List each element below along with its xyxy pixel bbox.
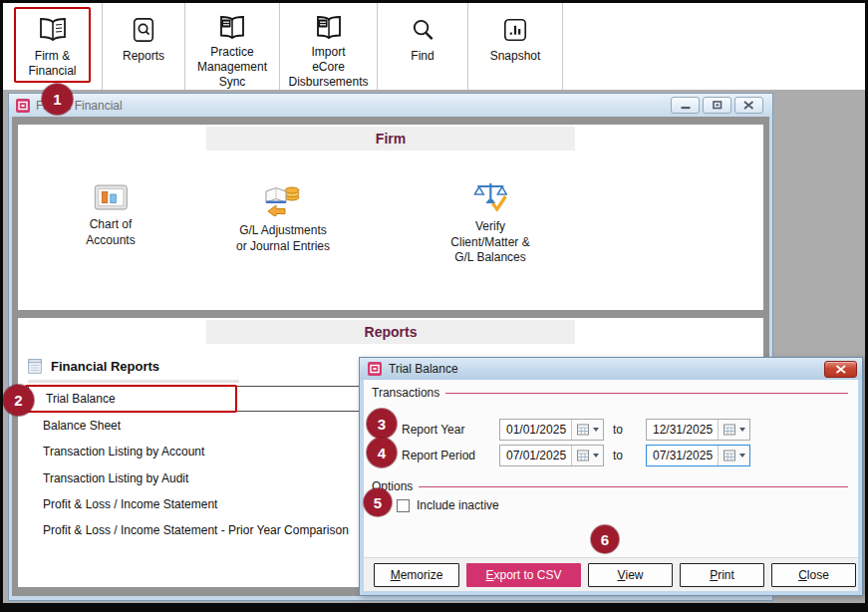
close-icon (835, 365, 847, 374)
calendar-grid-icon (723, 424, 736, 436)
scales-check-icon (473, 198, 507, 215)
report-period-label: Report Period (402, 449, 475, 462)
include-inactive-row: Include inactive (397, 498, 499, 512)
calendar-grid-icon (577, 424, 590, 436)
toolbar-button-label: Find (411, 49, 434, 64)
annotation-badge-4: 4 (367, 438, 397, 467)
restore-button[interactable] (703, 97, 731, 114)
dialog-close-button[interactable] (824, 361, 857, 378)
gl-adjustments-item[interactable]: G/L Adjustments or Journal Entries (236, 184, 330, 254)
minimize-button[interactable] (671, 97, 700, 114)
dialog-button-strip: Memorize Export to CSV View Print Close (364, 557, 858, 591)
report-item-label: Profit & Loss / Income Statement - Prior… (43, 523, 349, 537)
toolbar-button-label: Import eCore Disbursements (288, 45, 368, 90)
calendar-dropdown-button[interactable] (718, 446, 749, 465)
date-value: 07/31/2025 (647, 446, 718, 465)
date-value: 01/01/2025 (500, 420, 571, 440)
close-button[interactable]: Close (771, 563, 856, 587)
annotation-badge-3: 3 (367, 409, 397, 439)
dialog-body: Transactions Report Year 01/01/2025 to 1… (364, 380, 858, 591)
report-item-label: Transaction Listing by Audit (43, 471, 188, 485)
export-to-csv-button[interactable]: Export to CSV (466, 563, 581, 587)
transactions-group-label: Transactions (372, 386, 439, 400)
report-item-label: Transaction Listing by Account (43, 445, 204, 459)
date-value: 07/01/2025 (500, 446, 571, 465)
calendar-dropdown-button[interactable] (718, 420, 749, 440)
magnifier-icon (410, 15, 436, 45)
chart-of-accounts-item[interactable]: Chart of Accounts (86, 184, 135, 248)
window-controls (671, 97, 763, 114)
minimize-icon (681, 101, 691, 110)
toolbar-button-label: Snapshot (490, 49, 541, 64)
annotation-badge-1: 1 (42, 84, 73, 115)
main-toolbar: Firm & Financial Reports Practice Manage… (3, 3, 865, 90)
memorize-button[interactable]: Memorize (374, 563, 459, 587)
include-inactive-label: Include inactive (417, 498, 499, 512)
group-divider-line (419, 486, 848, 487)
annotation-rect-firm-financial (14, 7, 91, 83)
financial-reports-title: Financial Reports (51, 359, 159, 374)
item-label: Verify Client/Matter & G/L Balances (450, 219, 529, 266)
close-icon (743, 101, 754, 110)
annotation-badge-2: 2 (3, 385, 34, 416)
toolbar-button-label: Reports (123, 49, 164, 64)
toolbar-button-label: Practice Management Sync (197, 45, 267, 90)
dropdown-arrow-icon (593, 428, 599, 432)
report-period-to-field[interactable]: 07/31/2025 (646, 445, 750, 466)
annotation-badge-5: 5 (364, 488, 392, 516)
report-year-label: Report Year (402, 423, 464, 437)
toolbar-button-import-ecore-disbursements[interactable]: Import eCore Disbursements (280, 3, 378, 90)
restore-icon (713, 101, 723, 110)
app-logo-icon (368, 362, 382, 376)
heading-underline (28, 380, 239, 383)
toolbar-button-find[interactable]: Find (378, 3, 468, 90)
include-inactive-checkbox[interactable] (397, 499, 410, 512)
trial-balance-dialog: Trial Balance Transactions Report Year 0… (359, 357, 863, 596)
date-value: 12/31/2025 (647, 420, 718, 440)
dye-durham-book-icon (314, 15, 344, 41)
dialog-titlebar: Trial Balance (360, 358, 862, 380)
spreadsheet-doc-icon (28, 358, 42, 374)
dropdown-arrow-icon (593, 454, 599, 458)
report-doc-magnifier-icon (131, 15, 156, 45)
report-year-from-field[interactable]: 01/01/2025 (499, 419, 604, 441)
calendar-dropdown-button[interactable] (571, 446, 603, 465)
chart-of-accounts-icon (94, 196, 128, 213)
report-period-row: Report Period 07/01/2025 to 07/31/2025 (364, 445, 858, 466)
report-year-row: Report Year 01/01/2025 to 12/31/2025 (364, 419, 858, 441)
calendar-grid-icon (577, 450, 590, 461)
dropdown-arrow-icon (739, 428, 745, 432)
toolbar-button-reports[interactable]: Reports (103, 3, 185, 90)
financial-reports-heading: Financial Reports (28, 358, 159, 374)
ledger-arrow-coins-icon (264, 202, 302, 219)
to-label: to (613, 423, 623, 437)
print-button[interactable]: Print (680, 563, 764, 587)
firm-section-header: Firm (206, 127, 575, 151)
annotation-badge-6: 6 (591, 525, 619, 553)
annotation-rect-trial-balance (25, 385, 237, 413)
window-titlebar: Firm & Financial (9, 94, 772, 117)
calendar-dropdown-button[interactable] (571, 420, 603, 440)
view-button[interactable]: View (588, 563, 673, 587)
report-item-label: Profit & Loss / Income Statement (43, 497, 217, 511)
firm-panel: Firm Chart of Accounts G/L Adjustments o… (18, 125, 763, 310)
close-button[interactable] (734, 97, 763, 114)
bar-chart-icon (502, 15, 528, 45)
report-period-from-field[interactable]: 07/01/2025 (499, 445, 604, 466)
toolbar-empty-area (563, 3, 865, 90)
transactions-group-header: Transactions (372, 386, 848, 400)
toolbar-button-practice-management-sync[interactable]: Practice Management Sync (185, 3, 280, 90)
group-divider-line (445, 393, 848, 394)
item-label: Chart of Accounts (86, 217, 135, 248)
toolbar-button-snapshot[interactable]: Snapshot (468, 3, 563, 90)
calendar-grid-icon (723, 450, 736, 461)
report-year-to-field[interactable]: 12/31/2025 (646, 419, 750, 441)
verify-balances-item[interactable]: Verify Client/Matter & G/L Balances (450, 180, 529, 266)
options-group-header: Options (372, 479, 848, 493)
to-label: to (613, 449, 623, 462)
item-label: G/L Adjustments or Journal Entries (236, 223, 330, 254)
report-item-label: Balance Sheet (43, 419, 121, 433)
dialog-title: Trial Balance (389, 362, 458, 376)
app-logo-icon (16, 99, 30, 113)
dye-durham-book-icon (217, 15, 247, 41)
